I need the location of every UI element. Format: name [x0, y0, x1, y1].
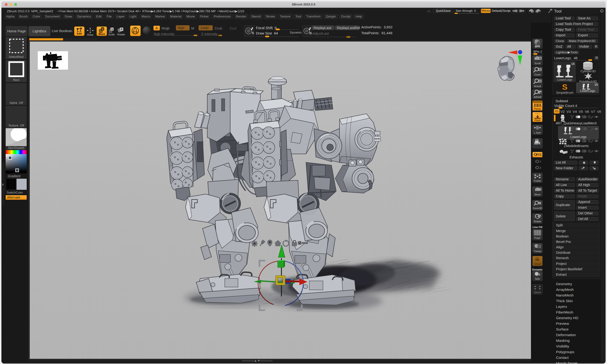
svg-text:S: S [562, 83, 568, 91]
svg-text:Edit: Edit [77, 32, 82, 35]
svg-text:Move: Move [98, 33, 105, 35]
svg-text:Scale: Scale [108, 33, 115, 36]
svg-text:D: D [310, 32, 312, 35]
svg-text:Y: Y [540, 160, 541, 163]
svg-text:S: S [252, 31, 254, 35]
svg-text:M: M [102, 28, 103, 30]
svg-text:Rotate: Rotate [117, 33, 125, 36]
svg-text:R: R [121, 28, 123, 31]
svg-text:Z: Z [540, 166, 541, 169]
svg-text:x1: x1 [539, 80, 541, 82]
svg-text:S: S [111, 28, 113, 31]
svg-text:Draw: Draw [87, 33, 93, 36]
svg-text:XYZ: XYZ [536, 153, 541, 156]
